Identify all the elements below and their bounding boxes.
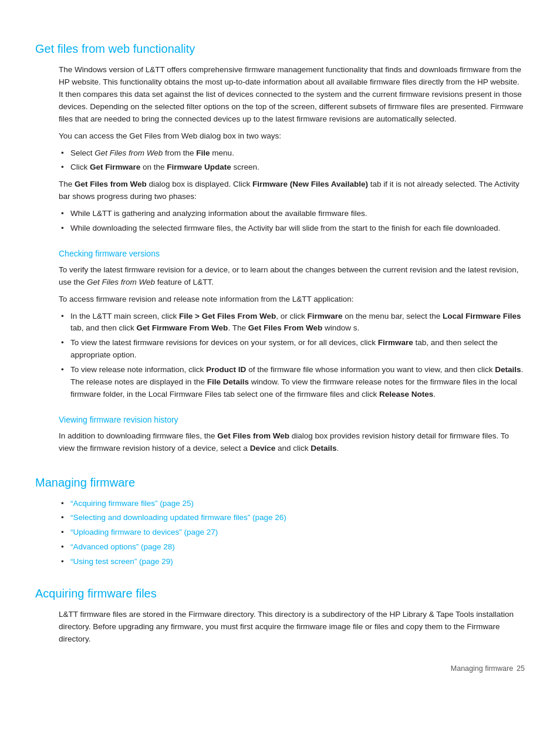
managing-links-list: “Acquiring firmware files” (page 25) “Se…	[59, 498, 525, 569]
list-item: While L&TT is gathering and analyzing in…	[59, 208, 525, 220]
checking-bold8: Details	[495, 365, 521, 374]
checking-bold4: Get Firmware From Web	[137, 323, 228, 332]
checking-bold10: Release Notes	[379, 390, 433, 399]
managing-section-title: Managing firmware	[35, 474, 525, 492]
checking-bold6: Firmware	[378, 338, 413, 347]
get-files-body1: The Windows version of L&TT offers compr…	[59, 64, 525, 126]
get-files-bullets2: While L&TT is gathering and analyzing in…	[59, 208, 525, 235]
get-files-bold-update: Firmware Update	[167, 163, 231, 171]
checking-bullets: In the L&TT main screen, click File > Ge…	[59, 310, 525, 401]
viewing-body: In addition to downloading firmware file…	[59, 430, 525, 455]
get-files-body3: The Get Files from Web dialog box is dis…	[59, 178, 525, 203]
get-files-bold-dialog: Get Files from Web	[75, 180, 147, 188]
viewing-section-title: Viewing firmware revision history	[35, 414, 525, 427]
footer-page: 25	[517, 663, 525, 674]
managing-link-4[interactable]: “Advanced options” (page 28)	[70, 542, 175, 551]
viewing-bold3: Details	[311, 444, 336, 453]
checking-body2: To access firmware revision and release …	[59, 293, 525, 306]
list-item: “Advanced options” (page 28)	[59, 541, 525, 553]
viewing-bold1: Get Files from Web	[217, 431, 289, 440]
footer: Managing firmware 25	[35, 663, 525, 674]
list-item: To view the latest firmware revisions fo…	[59, 337, 525, 362]
viewing-bold2: Device	[250, 444, 276, 453]
list-item: “Using test screen” (page 29)	[59, 556, 525, 568]
managing-link-2[interactable]: “Selecting and downloading updated firmw…	[70, 513, 286, 522]
footer-label: Managing firmware	[451, 663, 513, 674]
list-item: In the L&TT main screen, click File > Ge…	[59, 310, 525, 335]
get-files-italic1: Get Files from Web	[95, 148, 163, 157]
list-item: Click Get Firmware on the Firmware Updat…	[59, 161, 525, 174]
checking-bold3: Local Firmware Files	[443, 312, 521, 320]
checking-italic: Get Files from Web	[87, 278, 155, 286]
managing-link-3[interactable]: “Uploading firmware to devices” (page 27…	[70, 528, 218, 536]
get-files-bold-tab: Firmware (New Files Available)	[252, 180, 368, 188]
get-files-bullets1: Select Get Files from Web from the File …	[59, 147, 525, 174]
checking-bold9: File Details	[207, 377, 249, 386]
get-files-section-title: Get files from web functionality	[35, 40, 525, 58]
get-files-bold-file: File	[196, 148, 210, 157]
checking-bold1: File > Get Files From Web	[179, 312, 276, 320]
list-item: “Acquiring firmware files” (page 25)	[59, 498, 525, 510]
list-item: To view release note information, click …	[59, 364, 525, 401]
checking-section-title: Checking firmware versions	[35, 248, 525, 261]
managing-link-1[interactable]: “Acquiring firmware files” (page 25)	[70, 499, 194, 508]
managing-link-5[interactable]: “Using test screen” (page 29)	[70, 557, 173, 566]
get-files-bold-firmware: Get Firmware	[90, 163, 140, 171]
list-item: While downloading the selected firmware …	[59, 222, 525, 235]
checking-body1: To verify the latest firmware revision f…	[59, 264, 525, 289]
acquiring-section-title: Acquiring firmware files	[35, 585, 525, 603]
get-files-body2: You can access the Get Files from Web di…	[59, 130, 525, 143]
checking-bold5: Get Files From Web	[248, 323, 323, 332]
checking-bold2: Firmware	[308, 312, 343, 320]
list-item: “Uploading firmware to devices” (page 27…	[59, 526, 525, 539]
acquiring-body: L&TT firmware files are stored in the Fi…	[59, 609, 525, 646]
list-item: “Selecting and downloading updated firmw…	[59, 512, 525, 524]
checking-bold7: Product ID	[206, 365, 246, 374]
list-item: Select Get Files from Web from the File …	[59, 147, 525, 160]
